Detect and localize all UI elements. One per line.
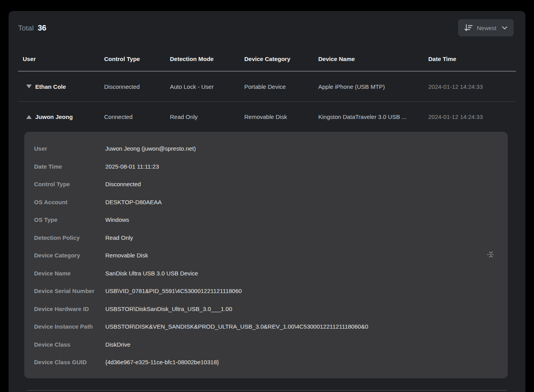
table-header-row: User Control Type Detection Mode Device … [18,36,516,72]
detail-label: Device Class GUID [34,359,105,365]
cell-detection-mode: Auto Lock - User [170,83,244,90]
detail-label: Control Type [34,181,105,187]
detail-label: Date Time [34,163,105,170]
column-header-user: User [18,56,104,62]
table-row[interactable]: Juwon Jeong Connected Read Only Removabl… [18,102,516,132]
detail-value: Windows [105,216,129,223]
detail-row: Control Type Disconnected [34,175,508,193]
detail-row: Device Class GUID {4d36e967-e325-11ce-bf… [34,353,508,371]
detail-row: Device Name SanDisk Ultra USB 3.0 USB De… [34,264,508,282]
detail-label: OS Type [34,216,105,223]
detail-label: Device Class [34,341,105,348]
total-label: Total [18,24,34,32]
detail-value: SanDisk Ultra USB 3.0 USB Device [105,270,198,277]
cell-user: Juwon Jeong [35,113,104,120]
cell-detection-mode: Read Only [170,113,244,120]
detail-row: Device Hardware ID USBSTOR\DiskSanDisk_U… [34,300,508,318]
cell-user: Ethan Cole [35,83,104,90]
column-header-control-type: Control Type [104,56,170,62]
detail-row: Date Time 2025-08-01 11:11:23 [34,158,508,176]
cell-device-category: Removable Disk [244,113,318,120]
detail-row: OS Account DESKTOP-D80AEAA [34,193,508,211]
expand-row-button[interactable] [18,85,35,88]
detail-label: Device Serial Number [34,288,105,294]
topbar: Total 36 Newest [9,11,525,36]
detail-value: USB\VID_0781&PID_5591\4C5300012211211180… [105,288,242,294]
detail-label: Device Category [34,252,105,259]
detail-value: USBSTOR\DiskSanDisk_Ultra_USB_3.0___1.00 [105,306,232,312]
device-log-table: User Control Type Detection Mode Device … [18,36,516,390]
detail-label: User [34,145,105,152]
detail-value: {4d36e967-e325-11ce-bfc1-08002be10318} [105,359,219,365]
cell-control-type: Disconnected [104,83,170,90]
detail-value: Juwon Jeong (juwon@spresto.net) [105,145,196,152]
sort-selected-option: Newest [477,25,496,31]
detail-value: DESKTOP-D80AEAA [105,199,162,205]
row-detail-panel: User Juwon Jeong (juwon@spresto.net) Dat… [24,132,508,378]
detail-value: USBSTOR\DISK&VEN_SANDISK&PROD_ULTRA_USB_… [105,323,368,330]
detail-label: Detection Policy [34,234,105,241]
column-header-date-time: Date Time [428,56,516,62]
collapse-row-button[interactable] [18,115,35,119]
detail-value: Disconnected [105,181,141,187]
detail-value: Removable Disk [105,252,148,259]
detail-label: OS Account [34,199,105,205]
device-log-card: Total 36 Newest User Control Type Det [9,11,525,392]
total-summary: Total 36 [18,23,46,32]
total-count: 36 [38,23,46,32]
detail-value: 2025-08-01 11:11:23 [105,163,159,170]
sort-dropdown-button[interactable]: Newest [458,19,514,36]
sort-descending-icon [464,24,473,32]
cell-date-time: 2024-01-12 14:24:33 [428,83,516,90]
detail-row: Device Serial Number USB\VID_0781&PID_55… [34,282,508,300]
cell-control-type: Connected [104,113,170,120]
detail-row: OS Type Windows [34,211,508,229]
detail-value: Read Only [105,234,133,241]
table-row[interactable]: Ethan Cole Disconnected Auto Lock - User… [18,72,516,102]
detail-row: Detection Policy Read Only [34,229,508,247]
cell-device-name: Kingston DataTraveler 3.0 USB ... [318,113,428,120]
detail-label: Device Hardware ID [34,306,105,312]
detail-row: Device Class DiskDrive [34,336,508,354]
detail-value: DiskDrive [105,341,130,348]
detail-label: Device Instance Path [34,323,105,330]
collapse-panel-button[interactable] [484,248,498,262]
cell-device-name: Apple iPhone (USB MTP) [318,83,428,90]
chevron-down-icon [502,26,507,30]
column-header-detection-mode: Detection Mode [170,56,244,62]
cell-device-category: Portable Device [244,83,318,90]
cell-date-time: 2024-01-12 14:24:33 [428,113,516,120]
detail-label: Device Name [34,270,105,277]
column-header-device-category: Device Category [244,56,318,62]
detail-row: Device Instance Path USBSTOR\DISK&VEN_SA… [34,318,508,336]
triangle-up-icon [26,115,32,119]
column-header-device-name: Device Name [318,56,428,62]
detail-row: Device Category Removable Disk [34,246,508,264]
triangle-down-icon [26,85,32,88]
detail-row: User Juwon Jeong (juwon@spresto.net) [34,140,508,158]
collapse-vertical-icon [486,249,496,261]
list-bottom-divider [27,390,507,390]
